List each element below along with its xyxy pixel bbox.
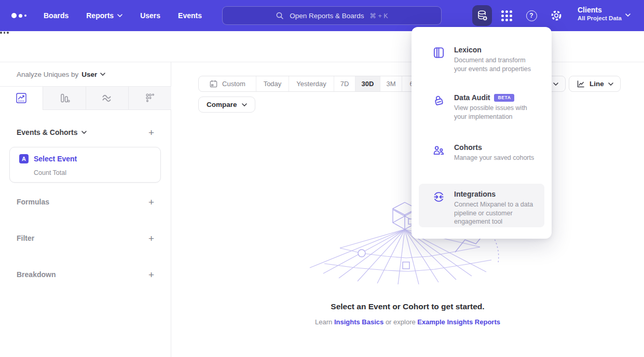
flow-chart-icon — [101, 92, 113, 104]
analyze-value-dropdown[interactable]: User — [81, 71, 105, 78]
apps-grid-icon[interactable] — [499, 9, 514, 22]
mixpanel-logo[interactable] — [11, 0, 26, 31]
example-insights-reports-link[interactable]: Example Insights Reports — [417, 318, 500, 326]
project-selector[interactable]: Clients All Project Data — [578, 6, 622, 22]
date-range-3m[interactable]: 3M — [380, 76, 402, 91]
add-breakdown-button[interactable]: + — [148, 270, 154, 280]
nav-item-reports[interactable]: Reports — [86, 11, 122, 20]
search-icon — [276, 11, 284, 20]
chevron-down-icon — [117, 14, 122, 17]
event-letter-badge: A — [19, 154, 29, 163]
line-style-icon — [576, 79, 585, 89]
nav-item-events[interactable]: Events — [178, 11, 202, 20]
metric-grid-icon — [144, 92, 156, 104]
line-chart-icon — [16, 92, 27, 104]
global-search-input[interactable]: Open Reports & Boards ⌘ + K — [222, 6, 442, 25]
events-cohorts-title[interactable]: Events & Cohorts — [17, 128, 87, 136]
data-management-icon[interactable] — [472, 5, 492, 26]
nav-item-boards[interactable]: Boards — [44, 11, 68, 20]
analyze-label: Analyze Uniques by — [17, 71, 78, 78]
compare-dropdown[interactable]: Compare — [198, 97, 255, 113]
select-event-label: Select Event — [34, 155, 77, 163]
add-filter-button[interactable]: + — [148, 234, 154, 243]
search-placeholder: Open Reports & Boards — [290, 12, 364, 20]
data-audit-icon — [432, 93, 446, 121]
date-range-control: Custom Today Yesterday 7D 30D 3M 6M — [198, 76, 427, 92]
query-builder-sidebar: Analyze Uniques by User — [0, 62, 171, 357]
chevron-down-icon — [100, 73, 105, 76]
top-navbar: Boards Reports Users Events Open Reports… — [0, 0, 644, 31]
events-cohorts-header: Events & Cohorts + — [17, 125, 154, 140]
help-icon[interactable]: ? — [524, 9, 539, 22]
search-shortcut: ⌘ + K — [370, 12, 388, 20]
nav-item-users[interactable]: Users — [140, 11, 160, 20]
integrations-icon — [432, 190, 446, 221]
breakdown-label: Breakdown — [17, 270, 56, 279]
formulas-label: Formulas — [17, 198, 49, 206]
menu-item-cohorts[interactable]: Cohorts Manage your saved cohorts — [419, 137, 544, 169]
date-range-30d[interactable]: 30D — [355, 76, 380, 91]
lexicon-icon — [432, 46, 446, 73]
filter-label: Filter — [17, 234, 34, 242]
cohorts-icon — [432, 143, 446, 162]
chevron-down-icon — [608, 83, 613, 86]
select-event-card[interactable]: A Select Event Count Total — [9, 147, 161, 183]
tab-metric-grid[interactable] — [128, 87, 171, 110]
analyze-uniques-row: Analyze Uniques by User — [0, 62, 171, 86]
tab-bar-chart[interactable] — [43, 87, 86, 110]
calendar-icon — [209, 79, 218, 88]
chevron-down-icon — [242, 103, 247, 106]
insights-report-page: Boards Reports Users Events Open Reports… — [0, 0, 644, 357]
empty-state-subtitle: Learn Insights Basics or explore Example… — [171, 318, 644, 326]
add-formula-button[interactable]: + — [148, 197, 154, 207]
date-range-7d[interactable]: 7D — [334, 76, 355, 91]
tab-line-chart[interactable] — [0, 87, 43, 110]
chart-style-dropdown[interactable]: Line — [569, 76, 621, 92]
tab-flow-chart[interactable] — [86, 87, 129, 110]
menu-item-integrations[interactable]: Integrations Connect Mixpanel to a data … — [419, 184, 544, 227]
project-scope: All Project Data — [578, 15, 622, 22]
settings-gear-icon[interactable] — [549, 8, 564, 23]
date-range-yesterday[interactable]: Yesterday — [289, 76, 334, 91]
beta-badge: BETA — [494, 94, 514, 102]
menu-item-lexicon[interactable]: Lexicon Document and transform your even… — [419, 39, 544, 79]
count-total-label[interactable]: Count Total — [34, 169, 66, 176]
chart-type-tabs — [0, 86, 171, 110]
primary-nav: Boards Reports Users Events — [44, 0, 202, 31]
project-name: Clients — [578, 6, 622, 15]
chevron-down-icon — [81, 131, 87, 134]
filter-section: Filter + — [17, 231, 154, 245]
formulas-section: Formulas + — [17, 195, 154, 209]
date-range-custom[interactable]: Custom — [199, 76, 256, 91]
menu-item-data-audit[interactable]: Data Audit BETA View possible issues wit… — [419, 87, 544, 127]
chevron-down-icon — [625, 13, 631, 17]
data-management-menu: Lexicon Document and transform your even… — [412, 27, 552, 239]
bar-chart-icon — [59, 92, 70, 104]
insights-basics-link[interactable]: Insights Basics — [334, 318, 383, 326]
chevron-down-icon — [553, 83, 558, 86]
report-canvas: Custom Today Yesterday 7D 30D 3M 6M Comp… — [171, 62, 644, 357]
empty-state-title: Select an Event or Cohort to get started… — [171, 302, 644, 311]
breakdown-section: Breakdown + — [17, 267, 154, 282]
add-event-button[interactable]: + — [148, 128, 154, 138]
date-range-today[interactable]: Today — [256, 76, 289, 91]
